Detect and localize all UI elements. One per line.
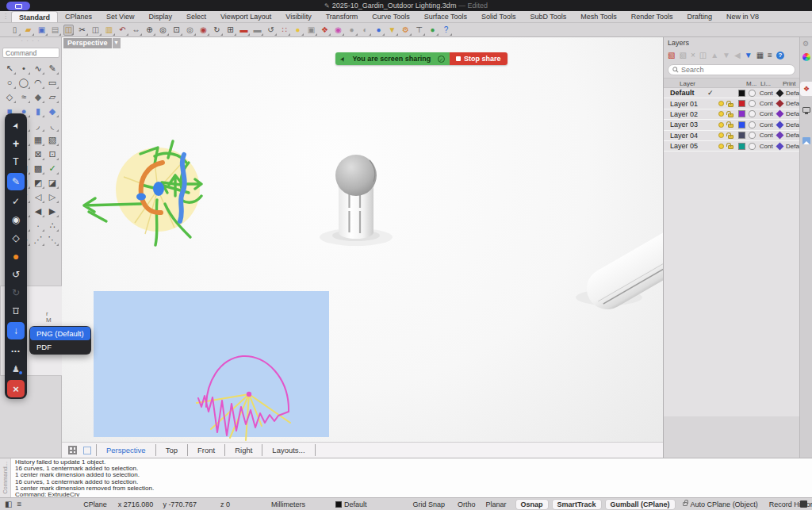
tool-hatch[interactable]: ▩ [31,161,45,175]
command-history-strip[interactable]: Command... [0,458,11,497]
layer-linetype[interactable]: Cont [760,110,776,117]
tool-scale[interactable]: ◩ [31,175,45,190]
viewport-title[interactable]: Perspective [63,38,112,48]
layer-name[interactable]: Default [670,89,707,97]
status-ortho[interactable]: Ortho [458,500,476,508]
layers-panel-tab[interactable]: ❖ [800,82,812,96]
walkabout-icon[interactable]: ▬ [252,25,262,36]
move-icon[interactable]: ⊕ [144,25,155,36]
layer-name[interactable]: Layer 04 [670,132,707,140]
tool-polygon[interactable]: ◇ [2,90,17,104]
layer-name[interactable]: Layer 05 [670,142,707,150]
tool-shear[interactable]: ◪ [45,175,59,190]
tool-ungroup[interactable]: ∙ [31,218,45,232]
layer-lock-toggle[interactable] [728,121,738,128]
layer-material-icon[interactable] [749,121,756,128]
layer-material-icon[interactable] [749,100,756,107]
vp-tab-perspective[interactable]: Perspective [96,444,155,456]
tool-align-right[interactable]: ▷ [45,190,59,204]
tool-blend[interactable]: ◞ [31,118,45,132]
tool-join[interactable]: ▧ [45,132,59,147]
tab-subd-tools[interactable]: SubD Tools [523,11,573,22]
viewport-layout-icon[interactable]: ⊞ [225,25,236,36]
status-auto-cplane[interactable]: Auto CPlane (Object) [683,500,758,508]
render-earth-icon[interactable]: ● [427,25,438,36]
tool-arc[interactable]: ◠ [31,75,45,90]
tab-set-view[interactable]: Set View [99,11,141,22]
tab-render-tools[interactable]: Render Tools [624,11,680,22]
annotate-pen-icon[interactable]: ✎ [7,173,25,190]
layer-material-icon[interactable] [749,143,756,150]
layer-lock-toggle[interactable] [728,132,738,139]
annotate-text-icon[interactable]: T [7,155,25,169]
tab-solid-tools[interactable]: Solid Tools [474,11,523,22]
undo-view-icon[interactable]: ↺ [266,25,276,36]
annotate-participants-icon[interactable]: ♟ [7,362,25,376]
viewport-dropdown-icon[interactable]: ▾ [113,38,121,48]
vp-tab-layouts[interactable]: Layouts... [262,444,315,456]
undo-icon[interactable]: ↶ [117,25,128,36]
stop-share-button[interactable]: Stop share [450,52,508,65]
layer-name[interactable]: Layer 01 [670,100,707,108]
help-icon[interactable]: ? [441,25,451,36]
layer-row-01[interactable]: Layer 01 ✓ Cont Defa [664,98,799,109]
annotate-undo-icon[interactable]: ↺ [7,267,25,282]
render-sphere-icon[interactable]: ● [347,25,357,36]
status-cplane[interactable]: CPlane [83,500,107,508]
layer-material-icon[interactable] [749,90,756,97]
annotate-move-icon[interactable]: + [7,136,25,151]
zoom-window-icon[interactable]: ⊡ [171,25,182,36]
column-print[interactable]: Print [783,80,795,87]
layers-column-header[interactable]: Layer M... Li... Print [664,78,799,88]
layers-search[interactable] [668,64,795,75]
layer-menu-icon[interactable]: ≡ [768,52,772,59]
layer-linetype[interactable]: Cont [760,100,776,107]
layers-help-icon[interactable]: ? [776,52,784,59]
demote-icon[interactable]: ◀ [734,52,741,59]
tool-flyout-3[interactable]: ⋰ [31,232,45,247]
annotate-cursor-icon[interactable]: ➤ [7,118,25,132]
annotate-eraser-icon[interactable]: ◇ [7,231,25,245]
print-icon[interactable]: ▤ [50,25,60,36]
layer-table-icon[interactable]: ▦ [756,52,764,59]
zoom-selected-icon[interactable]: ◉ [198,25,209,36]
color-wheel-icon[interactable]: ◉ [333,25,343,36]
annotate-laser-icon[interactable]: ◉ [7,213,25,227]
cplane-icon[interactable]: ∷ [279,25,289,36]
layer-row-default[interactable]: Default ✓ Cont Defa [664,88,799,98]
status-grid-snap[interactable]: Grid Snap [412,500,445,508]
zoom-dynamic-icon[interactable]: ◎ [185,25,195,36]
layer-visibility-toggle[interactable] [718,90,729,96]
dimension-tools-icon[interactable]: ⊤ [414,25,424,36]
status-planar[interactable]: Planar [486,500,507,508]
status-gumball[interactable]: Gumball (CPlane) [606,500,675,509]
layer-print-width[interactable]: Defa [786,110,799,117]
annotate-color-swatch[interactable]: ● [7,249,25,263]
layer-color-swatch[interactable] [738,110,745,117]
layer-print-color-icon[interactable] [776,121,784,128]
annotate-download-icon[interactable]: ↓ [7,322,25,339]
four-viewport-icon[interactable] [68,446,77,454]
layer-print-width[interactable]: Defa [786,143,799,150]
tool-patch[interactable]: ◆ [31,90,45,104]
perspective-viewport[interactable]: Perspective ▾ PerspectiveTopFrontRightLa… [62,37,663,458]
annotate-redo-icon[interactable]: ↻ [7,286,25,300]
command-history-lines[interactable]: History failed to update 1 object.16 cur… [11,458,154,497]
copy-icon[interactable]: ◫ [90,25,101,36]
selection-filter-icon[interactable]: ▼ [387,25,397,36]
tab-mesh-tools[interactable]: Mesh Tools [573,11,623,22]
tool-ellipse[interactable]: ◯ [17,75,31,90]
command-input[interactable] [2,48,59,58]
move-down-icon[interactable]: ▼ [722,52,730,59]
save-icon[interactable]: ▣ [36,25,47,36]
tab-visibility[interactable]: Visibility [278,11,318,22]
tab-display[interactable]: Display [141,11,179,22]
status-units[interactable]: Millimeters [271,500,305,508]
dock-gear-icon[interactable]: ⚙ [802,40,809,48]
display-color-icon[interactable] [802,53,810,61]
column-material[interactable]: M... [746,80,756,87]
tool-move-right[interactable]: ▶ [45,204,59,218]
duplicate-layer-icon[interactable]: ◫ [699,52,707,59]
new-layer-icon[interactable]: ▧ [668,52,675,59]
display-panel-icon[interactable] [802,107,810,113]
